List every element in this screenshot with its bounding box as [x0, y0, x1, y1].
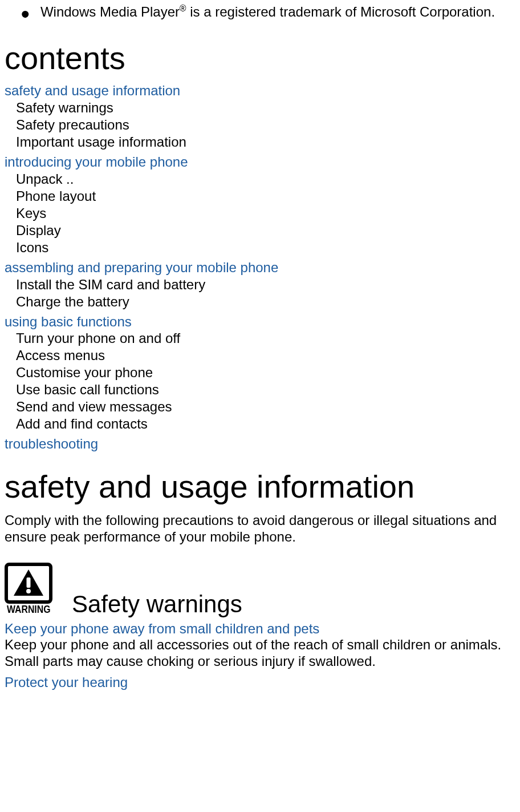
registered-mark: ®	[180, 3, 186, 13]
toc-item[interactable]: Turn your phone on and off	[16, 330, 515, 347]
safety-intro-paragraph: Comply with the following precautions to…	[5, 512, 515, 546]
toc-item[interactable]: Access menus	[16, 347, 515, 364]
warning-icon: WARNING	[5, 563, 59, 616]
safety-warnings-heading: Safety warnings	[72, 592, 242, 616]
bullet-icon: ●	[21, 6, 30, 22]
toc-section-troubleshooting[interactable]: troubleshooting	[5, 436, 515, 453]
toc-section-assembling[interactable]: assembling and preparing your mobile pho…	[5, 260, 515, 276]
toc-section-safety[interactable]: safety and usage information	[5, 83, 515, 99]
keep-away-subheading: Keep your phone away from small children…	[5, 621, 515, 637]
toc-item[interactable]: Important usage information	[16, 134, 515, 151]
safety-warnings-header-row: WARNING Safety warnings	[5, 563, 515, 616]
contents-heading: contents	[5, 39, 515, 77]
svg-point-2	[26, 589, 31, 593]
warning-label-text: WARNING	[5, 604, 52, 616]
toc-item[interactable]: Charge the battery	[16, 293, 515, 310]
toc-item[interactable]: Keys	[16, 205, 515, 222]
toc-item[interactable]: Send and view messages	[16, 398, 515, 415]
toc-item[interactable]: Install the SIM card and battery	[16, 276, 515, 293]
toc-item[interactable]: Safety precautions	[16, 116, 515, 134]
toc-item[interactable]: Icons	[16, 239, 515, 256]
trademark-prefix: Windows Media Player	[40, 4, 180, 19]
toc-section-basic-functions[interactable]: using basic functions	[5, 314, 515, 330]
toc-item[interactable]: Customise your phone	[16, 364, 515, 381]
trademark-note: ● Windows Media Player® is a registered …	[5, 3, 515, 22]
toc-item[interactable]: Unpack ..	[16, 171, 515, 188]
trademark-suffix: is a registered trademark of Microsoft C…	[186, 4, 495, 19]
toc-item[interactable]: Safety warnings	[16, 99, 515, 116]
toc-item[interactable]: Phone layout	[16, 188, 515, 205]
toc-item[interactable]: Use basic call functions	[16, 381, 515, 398]
protect-hearing-subheading: Protect your hearing	[5, 674, 515, 691]
trademark-text: Windows Media Player® is a registered tr…	[40, 3, 495, 21]
svg-rect-1	[27, 577, 31, 588]
safety-usage-heading: safety and usage information	[5, 467, 515, 506]
toc-section-introducing[interactable]: introducing your mobile phone	[5, 154, 515, 171]
toc-item[interactable]: Add and find contacts	[16, 415, 515, 433]
keep-away-body: Keep your phone and all accessories out …	[5, 637, 515, 670]
toc-item[interactable]: Display	[16, 222, 515, 239]
